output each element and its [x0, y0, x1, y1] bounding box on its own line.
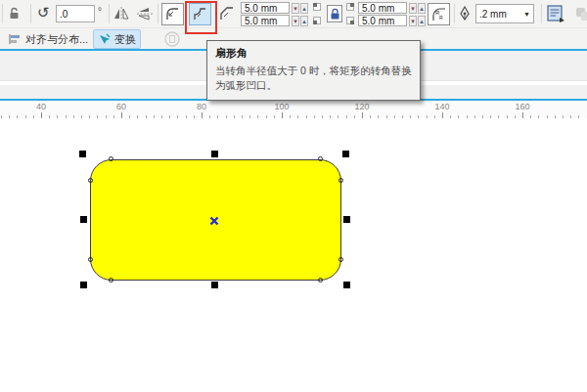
center-x-marker[interactable]: [209, 216, 219, 226]
ruler-label: 60: [116, 102, 126, 111]
ruler-label: 120: [354, 102, 369, 111]
selection-handle-bottom-right[interactable]: [343, 282, 350, 288]
dropdown-arrow-icon: ▼: [523, 11, 530, 18]
transform-label: 变换: [114, 32, 136, 47]
highlight-annotation-box: [185, 1, 217, 34]
corner-node[interactable]: [318, 278, 323, 283]
property-bar: ↺ .0 ° 5.0 mm 5.0 mm ▾ ▴ ▾ ▴: [0, 0, 587, 27]
horizontal-ruler[interactable]: 40 60 80 100 120 140 160: [0, 101, 587, 118]
rotate-angle-icon: ↺: [37, 4, 50, 22]
corner-node[interactable]: [109, 278, 113, 283]
spinner-down-icon[interactable]: ▾: [292, 16, 299, 26]
separator: [30, 4, 31, 23]
tooltip-title: 扇形角: [215, 46, 412, 61]
spinner-down-icon[interactable]: ▾: [409, 3, 417, 14]
corner-node[interactable]: [88, 257, 93, 262]
mirror-vertical-icon[interactable]: [137, 7, 153, 21]
spinner-up-icon[interactable]: ▴: [300, 16, 308, 26]
corner-node[interactable]: [109, 156, 113, 161]
corner-bottom-right-glyph: [346, 17, 354, 24]
outline-pen-icon: [459, 6, 471, 22]
separator: [454, 4, 455, 23]
corner-radius-bottom-right-input[interactable]: 5.0 mm: [358, 15, 407, 26]
corner-radius-top-left-input[interactable]: 5.0 mm: [241, 2, 290, 14]
corner-top-right-glyph: [346, 3, 354, 11]
svg-text:R: R: [439, 15, 443, 21]
outline-width-value: .2 mm: [479, 9, 507, 20]
selection-handle-top-right[interactable]: [342, 151, 349, 157]
selection-handle-bottom-center[interactable]: [211, 282, 218, 288]
ruler-label: 80: [197, 102, 206, 111]
ruler-label: 160: [515, 102, 529, 111]
corner-node[interactable]: [339, 257, 343, 262]
round-corner-button[interactable]: [161, 3, 184, 25]
separator: [109, 4, 110, 23]
corner-top-left-glyph: [313, 3, 321, 11]
corner-node[interactable]: [88, 178, 93, 183]
corner-node[interactable]: [318, 156, 323, 161]
spinner-down-icon[interactable]: ▾: [292, 3, 299, 14]
spinner-up-icon[interactable]: ▴: [418, 3, 426, 14]
app-window: ↺ .0 ° 5.0 mm 5.0 mm ▾ ▴ ▾ ▴: [0, 0, 587, 392]
selection-handle-middle-left[interactable]: [80, 216, 87, 223]
align-distribute-button[interactable]: 对齐与分布...: [4, 30, 92, 48]
chamfered-corner-icon[interactable]: [219, 6, 236, 22]
tooltip-body: 当转角半径值大于 0 时，将矩形的转角替换为弧形凹口。: [215, 64, 412, 93]
disabled-group-icon: [574, 6, 587, 22]
corner-radius-top-right-input[interactable]: 5.0 mm: [358, 2, 407, 14]
spinner-up-icon[interactable]: ▴: [300, 3, 308, 14]
align-distribute-label: 对齐与分布...: [25, 32, 88, 47]
lock-corners-together-button[interactable]: [327, 5, 342, 22]
corner-node[interactable]: [339, 178, 343, 183]
relative-corner-scaling-button[interactable]: RR: [428, 3, 450, 25]
selection-handle-middle-right[interactable]: [343, 216, 350, 223]
outline-width-dropdown[interactable]: .2 mm ▼: [475, 4, 534, 23]
ruler-label: 100: [274, 102, 289, 111]
tooltip: 扇形角 当转角半径值大于 0 时，将矩形的转角替换为弧形凹口。: [206, 40, 421, 101]
separator: [541, 4, 542, 23]
transform-button[interactable]: 变换: [93, 29, 141, 49]
degree-unit-label: °: [98, 6, 102, 17]
selection-handle-bottom-left[interactable]: [80, 282, 87, 288]
disabled-paste-icon: [164, 31, 180, 47]
spinner-up-icon[interactable]: ▴: [418, 16, 426, 26]
wrap-text-icon[interactable]: [547, 5, 565, 22]
mirror-horizontal-icon[interactable]: [113, 7, 129, 21]
spinner-down-icon[interactable]: ▾: [409, 16, 417, 26]
corner-radius-bottom-left-input[interactable]: 5.0 mm: [241, 15, 290, 26]
selection-handle-top-center[interactable]: [211, 151, 218, 157]
transform-icon: [98, 33, 111, 46]
ruler-label: 140: [434, 102, 449, 111]
lock-ratio-icon[interactable]: [8, 7, 21, 21]
separator: [2, 4, 3, 23]
rotation-angle-input[interactable]: .0: [56, 5, 95, 22]
canvas[interactable]: [0, 118, 587, 392]
align-distribute-icon: [8, 33, 22, 45]
ruler-label: 40: [36, 102, 46, 111]
separator: [158, 4, 158, 23]
selection-handle-top-left[interactable]: [79, 151, 86, 157]
corner-bottom-left-glyph: [313, 17, 321, 24]
